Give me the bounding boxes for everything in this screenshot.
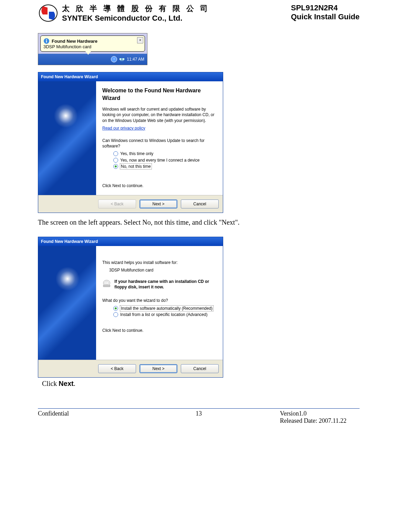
page-header: 太 欣 半 導 體 股 份 有 限 公 司 SYNTEK Semiconduct… [38,3,360,23]
svg-rect-3 [46,41,47,43]
close-icon[interactable]: × [137,37,143,43]
wizard-titlebar: Found New Hardware Wizard [38,72,223,81]
wizard-question: What do you want the wizard to do? [102,298,217,303]
svg-rect-4 [120,58,122,60]
cancel-button[interactable]: Cancel [181,364,219,373]
radio-option-advanced[interactable]: Install from a list or specific location… [113,312,217,317]
radio-option-2[interactable]: Yes, now and every time I connect a devi… [113,157,217,163]
wizard-paragraph: Windows will search for current and upda… [102,106,217,123]
footer-page-number: 13 [145,410,252,417]
footer-release-date: Released Date: 2007.11.22 [280,417,360,424]
tray-notification-screenshot: Found New Hardware 3DSP Multifunction ca… [38,33,147,65]
tray-network-icon[interactable] [119,56,125,63]
instruction-text-2: Click Next. [42,380,360,388]
back-button[interactable]: < Back [98,364,136,373]
document-type: Quick Install Guide [291,12,360,21]
tray-arrow-icon[interactable]: ‹ [111,56,117,62]
svg-point-8 [106,283,107,284]
instruction-text-1: The screen on the left appears. Select N… [38,218,360,226]
radio-icon [113,158,118,163]
radio-icon [113,306,118,311]
continue-hint: Click Next to continue. [102,328,217,333]
cd-instruction: If your hardware came with an installati… [114,279,217,290]
wizard-sidebar-image [38,81,96,195]
page-footer: Confidential 13 Version1.0 Released Date… [38,408,360,424]
radio-icon [113,164,118,169]
wizard-sidebar-image [38,246,96,360]
svg-point-0 [39,5,57,21]
next-button[interactable]: Next > [139,200,177,208]
radio-option-3[interactable]: No, not this time [113,164,217,169]
footer-confidential: Confidential [38,410,145,417]
back-button: < Back [98,200,136,208]
privacy-link[interactable]: Read our privacy policy [102,126,145,131]
wizard-question: Can Windows connect to Windows Update to… [102,138,217,149]
svg-point-2 [46,39,47,40]
device-name: 3DSP Multifunction card [109,267,217,273]
radio-option-auto[interactable]: Install the software automatically (Reco… [113,306,217,311]
company-name-cn: 太 欣 半 導 體 股 份 有 限 公 司 [62,3,288,14]
wizard-intro: This wizard helps you install software f… [102,260,217,265]
footer-version: Version1.0 [280,410,360,417]
radio-option-1[interactable]: Yes, this time only [113,151,217,156]
svg-rect-5 [122,58,124,60]
wizard-heading: Welcome to the Found New Hardware Wizard [102,87,217,102]
cd-icon [102,279,111,291]
taskbar-clock: 11:47 AM [127,57,144,62]
balloon-title: Found New Hardware [52,39,97,44]
radio-icon [113,312,118,317]
company-name-en: SYNTEK Semiconductor Co., Ltd. [62,14,288,23]
taskbar: ‹ 11:47 AM [38,54,147,65]
continue-hint: Click Next to continue. [102,183,217,188]
svg-rect-9 [103,285,110,287]
balloon-tip: Found New Hardware 3DSP Multifunction ca… [40,35,145,52]
wizard-dialog-2: Found New Hardware Wizard This wizard he… [38,237,223,378]
wizard-dialog-1: Found New Hardware Wizard Welcome to the… [38,72,223,213]
radio-icon [113,151,118,156]
next-button[interactable]: Next > [139,364,177,373]
logo-icon [38,3,59,23]
product-name: SPL912N2R4 [291,3,360,12]
balloon-body: 3DSP Multifunction card [43,44,142,49]
cancel-button[interactable]: Cancel [181,200,219,208]
wizard-titlebar: Found New Hardware Wizard [38,237,223,246]
info-icon [43,38,50,44]
